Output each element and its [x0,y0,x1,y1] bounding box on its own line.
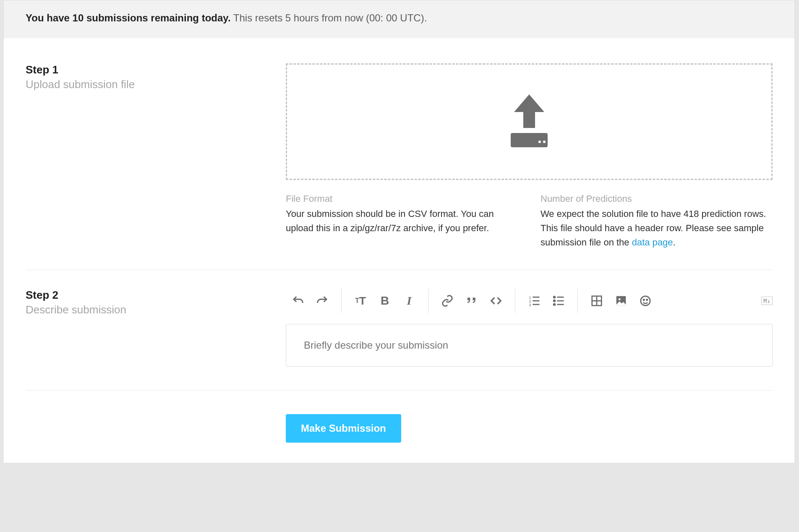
predictions-body-post: . [673,237,676,248]
step1-subtitle: Upload submission file [26,78,261,91]
svg-point-2 [543,141,546,143]
predictions-head: Number of Predictions [540,193,773,204]
image-button[interactable] [609,292,633,309]
toolbar-sep-1 [341,289,342,313]
banner-rest: This resets 5 hours from now (00: 00 UTC… [231,12,427,23]
undo-button[interactable] [286,292,310,309]
step1-title: Step 1 [26,63,261,76]
svg-point-10 [554,300,555,302]
svg-point-20 [641,296,650,306]
upload-icon [500,94,559,149]
file-format-col: File Format Your submission should be in… [286,193,518,250]
step1-row: Step 1 Upload submission file File Forma… [26,63,773,250]
svg-point-1 [538,141,541,143]
step2-body: TT B I 123 M↓ [286,289,773,367]
ordered-list-button[interactable]: 123 [522,292,546,309]
data-page-link[interactable]: data page [632,237,673,248]
predictions-col: Number of Predictions We expect the solu… [540,193,773,250]
step1-body: File Format Your submission should be in… [286,63,773,250]
remaining-submissions-banner: You have 10 submissions remaining today.… [3,0,795,38]
svg-point-19 [619,298,621,300]
code-button[interactable] [484,292,508,309]
footer-spacer [26,414,261,443]
bold-button[interactable]: B [373,292,397,309]
description-input[interactable] [286,324,773,367]
svg-rect-0 [511,133,548,147]
svg-point-11 [554,304,555,305]
predictions-body: We expect the solution file to have 418 … [540,207,773,250]
step2-row: Step 2 Describe submission TT B I 123 [26,270,773,367]
step2-heading: Step 2 Describe submission [26,289,261,367]
step2-subtitle: Describe submission [26,303,261,316]
step2-title: Step 2 [26,289,261,302]
footer-right: Make Submission [286,414,773,443]
step1-info-columns: File Format Your submission should be in… [286,193,773,250]
quote-button[interactable] [460,292,484,309]
markdown-badge: M↓ [761,297,773,305]
editor-toolbar: TT B I 123 M↓ [286,289,773,313]
svg-point-9 [554,297,555,298]
footer-row: Make Submission [26,391,773,443]
file-format-body: Your submission should be in CSV format.… [286,207,518,235]
table-button[interactable] [585,292,609,309]
svg-point-21 [643,300,645,301]
link-button[interactable] [435,292,460,309]
svg-text:3: 3 [529,303,531,307]
submission-card: Step 1 Upload submission file File Forma… [3,38,795,463]
text-size-button[interactable]: TT [348,292,373,309]
make-submission-button[interactable]: Make Submission [286,414,401,443]
upload-dropzone[interactable] [286,63,773,180]
toolbar-sep-4 [577,289,578,313]
file-format-head: File Format [286,193,518,204]
italic-button[interactable]: I [397,292,421,309]
emoji-button[interactable] [633,292,658,309]
redo-button[interactable] [310,292,334,309]
unordered-list-button[interactable] [546,292,571,309]
toolbar-sep-3 [515,289,515,313]
banner-bold: You have 10 submissions remaining today. [26,12,231,23]
step1-heading: Step 1 Upload submission file [26,63,261,250]
svg-point-22 [647,300,648,301]
toolbar-sep-2 [428,289,428,313]
